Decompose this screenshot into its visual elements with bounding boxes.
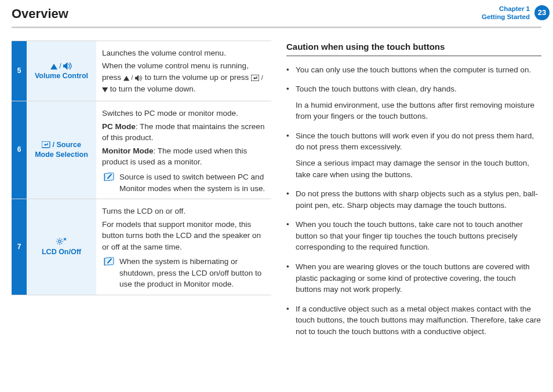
label-text: Volume Control [29, 71, 94, 81]
slash: / [59, 62, 61, 70]
row-number: 7 [12, 199, 27, 295]
speaker-icon [135, 75, 143, 81]
label-icons: / Source [29, 140, 94, 150]
label-text: LCD On/Off [29, 247, 94, 257]
note-text: When the system is hibernating or shutdo… [119, 256, 268, 290]
list-item: Since the touch buttons will work even i… [286, 130, 541, 180]
desc-line: Monitor Mode: The mode used when this pr… [102, 145, 268, 168]
row-label: LCD On/Off [27, 199, 96, 295]
item-text: When you are wearing gloves or the touch… [296, 262, 530, 294]
label-text: Mode Selection [29, 150, 94, 160]
row-description: Launches the volume control menu. When t… [96, 41, 271, 101]
label-suffix: / Source [50, 141, 81, 149]
note-icon [103, 173, 115, 182]
enter-box-icon [251, 75, 259, 81]
slash: / [132, 75, 133, 81]
label-icons: / [29, 61, 94, 71]
table-row: 7 LCD On/Off Turns the LCD on or off. Fo… [12, 199, 271, 295]
table-row: 6 / Source Mode Selection Switches to PC… [12, 101, 271, 199]
page-header: Overview Chapter 1 Getting Started 23 [0, 0, 553, 27]
list-item: Touch the touch buttons with clean, dry … [286, 83, 541, 122]
slash: / [261, 75, 263, 81]
lcd-onoff-icon [56, 238, 67, 246]
caution-list: You can only use the touch buttons when … [286, 64, 541, 338]
note-block: Source is used to switch between PC and … [102, 171, 268, 194]
item-subtext: Since a serious impact may damage the se… [296, 157, 541, 180]
note-text: Source is used to switch between PC and … [119, 171, 268, 194]
chapter-label: Chapter 1 Getting Started [482, 5, 530, 21]
list-item: You can only use the touch buttons when … [286, 64, 541, 76]
row-label: / Volume Control [27, 41, 96, 101]
desc-line: PC Mode: The mode that maintains the scr… [102, 121, 268, 144]
left-column: 5 / Volume Control Launches the volume c… [12, 41, 271, 345]
row-description: Switches to PC mode or monitor mode. PC … [96, 101, 271, 199]
item-text: You can only use the touch buttons when … [296, 65, 531, 74]
list-item: When you touch the touch buttons, take c… [286, 219, 541, 253]
right-column: Caution when using the touch buttons You… [286, 41, 541, 345]
row-number: 5 [12, 41, 27, 101]
controls-table: 5 / Volume Control Launches the volume c… [12, 41, 271, 295]
note-icon [103, 257, 115, 266]
section-heading: Caution when using the touch buttons [286, 41, 541, 56]
page-number-badge: 23 [534, 5, 550, 20]
triangle-up-icon [123, 76, 129, 81]
item-text: Since the touch buttons will work even i… [296, 131, 534, 152]
triangle-up-icon [50, 64, 57, 69]
row-description: Turns the LCD on or off. For models that… [96, 199, 271, 295]
item-text: Touch the touch buttons with clean, dry … [296, 85, 457, 93]
row-label: / Source Mode Selection [27, 101, 96, 199]
desc-line: When the volume control menu is running,… [102, 60, 268, 94]
desc-line: Turns the LCD on or off. [102, 206, 268, 217]
list-item: When you are wearing gloves or the touch… [286, 261, 541, 295]
table-row: 5 / Volume Control Launches the volume c… [12, 41, 271, 101]
item-text: If a conductive object such as a metal o… [296, 305, 541, 336]
item-text: Do not press the buttons with sharp obje… [296, 189, 538, 210]
item-subtext: In a humid environment, use the buttons … [296, 100, 541, 122]
desc-line: For models that support monitor mode, th… [102, 219, 268, 253]
desc-line: Switches to PC mode or monitor mode. [102, 108, 268, 119]
content-columns: 5 / Volume Control Launches the volume c… [0, 28, 553, 345]
enter-box-icon [42, 141, 50, 148]
desc-line: Launches the volume control menu. [102, 47, 268, 59]
list-item: If a conductive object such as a metal o… [286, 303, 541, 338]
list-item: Do not press the buttons with sharp obje… [286, 188, 541, 211]
triangle-down-icon [102, 87, 108, 93]
page-title: Overview [12, 5, 68, 23]
chapter-line-2: Getting Started [482, 13, 530, 21]
chapter-line-1: Chapter 1 [482, 5, 530, 13]
label-icons [29, 237, 94, 247]
note-block: When the system is hibernating or shutdo… [102, 256, 268, 290]
speaker-icon [63, 63, 72, 69]
header-right: Chapter 1 Getting Started 23 [482, 5, 550, 21]
row-number: 6 [12, 101, 27, 199]
item-text: When you touch the touch buttons, take c… [296, 220, 523, 251]
